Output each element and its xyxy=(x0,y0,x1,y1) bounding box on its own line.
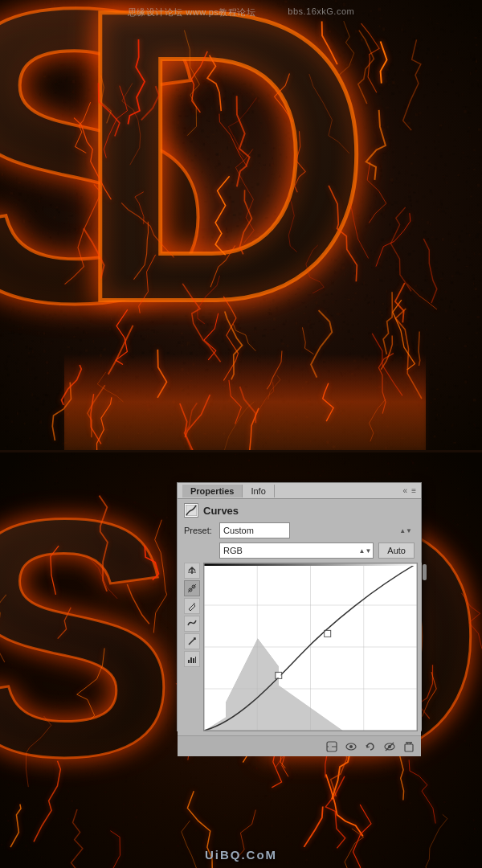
properties-panel: Properties Info « ≡ Curves Preset: xyxy=(177,482,422,731)
tool-smooth[interactable] xyxy=(184,616,200,632)
panel-toolbar xyxy=(178,735,421,756)
watermark-top: 思缘设计论坛 www.ps教程论坛 bbs.16xkG.com xyxy=(0,6,482,18)
svg-rect-25 xyxy=(329,743,332,750)
svg-rect-21 xyxy=(193,658,194,663)
section-divider xyxy=(0,450,482,452)
auto-button[interactable]: Auto xyxy=(378,542,415,559)
channel-select[interactable]: RGB Red Green Blue xyxy=(219,542,374,559)
preset-label: Preset: xyxy=(184,526,214,535)
tool-pencil[interactable] xyxy=(184,598,200,614)
panel-scrollbar[interactable] xyxy=(421,563,422,730)
svg-rect-22 xyxy=(195,657,196,663)
preset-select-wrapper: Custom Default Strong Contrast Linear Co… xyxy=(219,522,415,538)
curves-title-row: Curves xyxy=(184,503,415,518)
curves-graph-wrapper xyxy=(203,563,418,731)
tool-point[interactable] xyxy=(184,580,200,596)
panel-titlebar: Properties Info « ≡ xyxy=(178,483,421,499)
preset-select-arrow: ▲▼ xyxy=(399,527,412,534)
tab-info[interactable]: Info xyxy=(243,485,274,497)
svg-rect-20 xyxy=(190,657,192,663)
uibq-watermark: UiBQ.CoM xyxy=(205,848,277,862)
preset-select[interactable]: Custom Default Strong Contrast Linear Co… xyxy=(219,522,290,538)
toolbar-delete[interactable] xyxy=(402,739,416,754)
tool-reset[interactable] xyxy=(184,563,200,579)
svg-rect-31 xyxy=(405,744,413,751)
svg-rect-19 xyxy=(188,660,190,663)
watermark-right: bbs.16xkG.com xyxy=(288,6,354,18)
watermark-left: 思缘设计论坛 www.ps教程论坛 xyxy=(128,6,255,18)
tool-histogram[interactable] xyxy=(184,651,200,667)
panel-menu-icon[interactable]: ≡ xyxy=(411,486,416,495)
preset-row: Preset: Custom Default Strong Contrast L… xyxy=(184,522,415,538)
panel-collapse-icon[interactable]: « xyxy=(403,486,408,495)
rgb-select-wrapper: RGB Red Green Blue ▲▼ xyxy=(219,542,374,559)
curves-canvas xyxy=(204,563,417,731)
tool-icons-column xyxy=(184,563,200,731)
rgb-row: RGB Red Green Blue ▲▼ Auto xyxy=(184,542,415,559)
toolbar-visibility[interactable] xyxy=(344,739,358,754)
curves-graph[interactable] xyxy=(203,563,418,731)
toolbar-add-mask[interactable] xyxy=(325,739,339,754)
panel-content: Curves Preset: Custom Default Strong Con… xyxy=(178,499,421,735)
curves-icon xyxy=(184,503,198,518)
lava-text-top xyxy=(0,0,482,450)
curves-main-area xyxy=(184,563,415,731)
toolbar-visibility2[interactable] xyxy=(382,739,397,754)
toolbar-reset[interactable] xyxy=(363,739,378,754)
svg-point-27 xyxy=(349,745,353,748)
scrollbar-thumb xyxy=(423,564,427,580)
top-section: 思缘设计论坛 www.ps教程论坛 bbs.16xkG.com xyxy=(0,0,482,450)
curves-title: Curves xyxy=(203,505,239,517)
tool-clip-white[interactable] xyxy=(184,633,200,649)
panel-tabs: Properties Info xyxy=(182,485,275,497)
panel-icons-right: « ≡ xyxy=(403,486,416,495)
tab-properties[interactable]: Properties xyxy=(182,485,243,497)
